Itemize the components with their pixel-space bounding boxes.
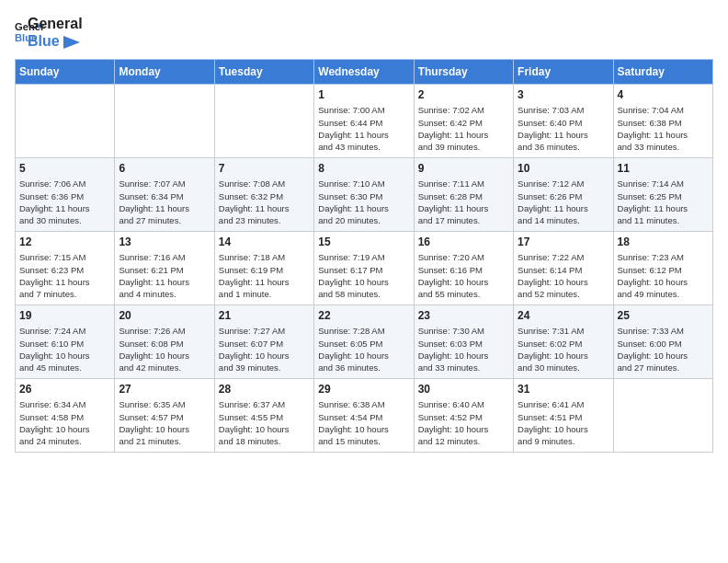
day-number: 8 — [318, 162, 409, 175]
day-number: 15 — [318, 236, 409, 248]
calendar-cell: 11Sunrise: 7:14 AM Sunset: 6:25 PM Dayli… — [613, 158, 712, 232]
calendar-cell: 29Sunrise: 6:38 AM Sunset: 4:54 PM Dayli… — [314, 379, 414, 453]
day-number: 19 — [19, 309, 110, 322]
logo-arrow-icon — [63, 36, 80, 49]
day-number: 1 — [318, 88, 409, 101]
day-number: 18 — [618, 236, 709, 248]
day-number: 31 — [518, 383, 609, 396]
calendar-cell: 23Sunrise: 7:30 AM Sunset: 6:03 PM Dayli… — [414, 305, 513, 379]
day-info: Sunrise: 6:34 AM Sunset: 4:58 PM Dayligh… — [19, 398, 110, 447]
day-info: Sunrise: 7:18 AM Sunset: 6:19 PM Dayligh… — [219, 251, 310, 300]
day-info: Sunrise: 7:20 AM Sunset: 6:16 PM Dayligh… — [418, 251, 509, 300]
calendar-cell: 14Sunrise: 7:18 AM Sunset: 6:19 PM Dayli… — [214, 232, 313, 305]
day-number: 29 — [318, 383, 409, 396]
day-number: 2 — [418, 88, 509, 101]
calendar-week-3: 12Sunrise: 7:15 AM Sunset: 6:23 PM Dayli… — [16, 232, 713, 305]
weekday-header-wednesday: Wednesday — [314, 60, 414, 85]
weekday-header-saturday: Saturday — [613, 60, 712, 85]
day-number: 4 — [618, 88, 709, 101]
day-number: 11 — [618, 162, 709, 175]
day-info: Sunrise: 7:33 AM Sunset: 6:00 PM Dayligh… — [618, 325, 709, 373]
day-number: 23 — [418, 309, 509, 322]
calendar-cell — [115, 85, 214, 158]
day-info: Sunrise: 7:16 AM Sunset: 6:21 PM Dayligh… — [119, 251, 210, 300]
logo-blue: Blue — [28, 32, 83, 50]
day-number: 24 — [518, 309, 609, 322]
day-info: Sunrise: 6:40 AM Sunset: 4:52 PM Dayligh… — [418, 398, 509, 447]
calendar-cell: 15Sunrise: 7:19 AM Sunset: 6:17 PM Dayli… — [314, 232, 414, 305]
page-header: General Blue General Blue — [15, 15, 713, 50]
day-number: 16 — [418, 236, 509, 248]
calendar-cell: 24Sunrise: 7:31 AM Sunset: 6:02 PM Dayli… — [514, 305, 613, 379]
day-number: 10 — [518, 162, 609, 175]
calendar-cell: 12Sunrise: 7:15 AM Sunset: 6:23 PM Dayli… — [16, 232, 115, 305]
day-info: Sunrise: 7:10 AM Sunset: 6:30 PM Dayligh… — [318, 178, 409, 226]
day-number: 30 — [418, 383, 509, 396]
day-number: 20 — [119, 309, 210, 322]
calendar-cell: 30Sunrise: 6:40 AM Sunset: 4:52 PM Dayli… — [414, 379, 513, 453]
weekday-header-thursday: Thursday — [414, 60, 513, 85]
calendar-cell: 26Sunrise: 6:34 AM Sunset: 4:58 PM Dayli… — [16, 379, 115, 453]
calendar-week-4: 19Sunrise: 7:24 AM Sunset: 6:10 PM Dayli… — [16, 305, 713, 379]
calendar-header: SundayMondayTuesdayWednesdayThursdayFrid… — [16, 60, 713, 85]
day-info: Sunrise: 7:23 AM Sunset: 6:12 PM Dayligh… — [618, 251, 709, 300]
day-info: Sunrise: 6:37 AM Sunset: 4:55 PM Dayligh… — [219, 398, 310, 447]
day-number: 12 — [19, 236, 110, 248]
calendar-week-1: 1Sunrise: 7:00 AM Sunset: 6:44 PM Daylig… — [16, 85, 713, 158]
day-info: Sunrise: 7:24 AM Sunset: 6:10 PM Dayligh… — [19, 325, 110, 373]
weekday-header-friday: Friday — [514, 60, 613, 85]
calendar-cell: 7Sunrise: 7:08 AM Sunset: 6:32 PM Daylig… — [214, 158, 313, 232]
weekday-header-monday: Monday — [115, 60, 214, 85]
day-info: Sunrise: 7:15 AM Sunset: 6:23 PM Dayligh… — [19, 251, 110, 300]
calendar-cell: 25Sunrise: 7:33 AM Sunset: 6:00 PM Dayli… — [613, 305, 712, 379]
calendar-week-5: 26Sunrise: 6:34 AM Sunset: 4:58 PM Dayli… — [16, 379, 713, 453]
day-info: Sunrise: 7:30 AM Sunset: 6:03 PM Dayligh… — [418, 325, 509, 373]
day-info: Sunrise: 7:31 AM Sunset: 6:02 PM Dayligh… — [518, 325, 609, 373]
calendar-cell: 22Sunrise: 7:28 AM Sunset: 6:05 PM Dayli… — [314, 305, 414, 379]
calendar-cell — [214, 85, 313, 158]
day-number: 6 — [119, 162, 210, 175]
day-info: Sunrise: 7:07 AM Sunset: 6:34 PM Dayligh… — [119, 178, 210, 226]
weekday-header-row: SundayMondayTuesdayWednesdayThursdayFrid… — [16, 60, 713, 85]
calendar-cell: 16Sunrise: 7:20 AM Sunset: 6:16 PM Dayli… — [414, 232, 513, 305]
day-number: 22 — [318, 309, 409, 322]
day-info: Sunrise: 7:27 AM Sunset: 6:07 PM Dayligh… — [219, 325, 310, 373]
calendar-cell: 28Sunrise: 6:37 AM Sunset: 4:55 PM Dayli… — [214, 379, 313, 453]
day-number: 25 — [618, 309, 709, 322]
day-info: Sunrise: 7:06 AM Sunset: 6:36 PM Dayligh… — [19, 178, 110, 226]
day-number: 27 — [119, 383, 210, 396]
day-info: Sunrise: 7:00 AM Sunset: 6:44 PM Dayligh… — [318, 104, 409, 153]
day-number: 21 — [219, 309, 310, 322]
day-info: Sunrise: 7:12 AM Sunset: 6:26 PM Dayligh… — [518, 178, 609, 226]
day-number: 28 — [219, 383, 310, 396]
calendar-cell: 17Sunrise: 7:22 AM Sunset: 6:14 PM Dayli… — [514, 232, 613, 305]
day-info: Sunrise: 6:35 AM Sunset: 4:57 PM Dayligh… — [119, 398, 210, 447]
day-info: Sunrise: 7:26 AM Sunset: 6:08 PM Dayligh… — [119, 325, 210, 373]
calendar-table: SundayMondayTuesdayWednesdayThursdayFrid… — [15, 59, 713, 453]
calendar-cell: 5Sunrise: 7:06 AM Sunset: 6:36 PM Daylig… — [16, 158, 115, 232]
day-info: Sunrise: 7:03 AM Sunset: 6:40 PM Dayligh… — [518, 104, 609, 153]
weekday-header-sunday: Sunday — [16, 60, 115, 85]
day-info: Sunrise: 7:22 AM Sunset: 6:14 PM Dayligh… — [518, 251, 609, 300]
logo: General Blue General Blue — [15, 15, 83, 50]
calendar-cell: 21Sunrise: 7:27 AM Sunset: 6:07 PM Dayli… — [214, 305, 313, 379]
svg-marker-3 — [63, 36, 80, 49]
day-number: 13 — [119, 236, 210, 248]
day-number: 7 — [219, 162, 310, 175]
day-number: 17 — [518, 236, 609, 248]
calendar-body: 1Sunrise: 7:00 AM Sunset: 6:44 PM Daylig… — [16, 85, 713, 453]
calendar-cell: 27Sunrise: 6:35 AM Sunset: 4:57 PM Dayli… — [115, 379, 214, 453]
day-info: Sunrise: 6:38 AM Sunset: 4:54 PM Dayligh… — [318, 398, 409, 447]
day-number: 5 — [19, 162, 110, 175]
day-number: 9 — [418, 162, 509, 175]
weekday-header-tuesday: Tuesday — [214, 60, 313, 85]
calendar-cell: 18Sunrise: 7:23 AM Sunset: 6:12 PM Dayli… — [613, 232, 712, 305]
logo-general: General — [28, 15, 83, 32]
calendar-cell — [16, 85, 115, 158]
calendar-cell: 6Sunrise: 7:07 AM Sunset: 6:34 PM Daylig… — [115, 158, 214, 232]
calendar-cell: 20Sunrise: 7:26 AM Sunset: 6:08 PM Dayli… — [115, 305, 214, 379]
day-number: 26 — [19, 383, 110, 396]
calendar-week-2: 5Sunrise: 7:06 AM Sunset: 6:36 PM Daylig… — [16, 158, 713, 232]
calendar-cell: 3Sunrise: 7:03 AM Sunset: 6:40 PM Daylig… — [514, 85, 613, 158]
calendar-cell: 19Sunrise: 7:24 AM Sunset: 6:10 PM Dayli… — [16, 305, 115, 379]
